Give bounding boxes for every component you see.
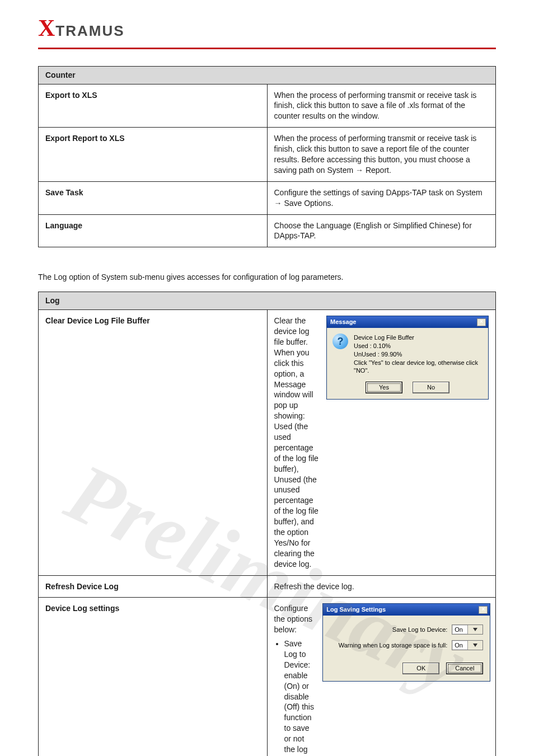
row-text: When the process of performing transmit …: [267, 84, 496, 128]
row-content: Configure the options below: Save Log to…: [267, 598, 496, 756]
dialog-line: UnUsed : 99.90%: [354, 350, 483, 359]
log-settings-dialog: Log Saving Settings × Save Log to Device…: [322, 603, 490, 682]
dialog-message: Device Log File Buffer Used : 0.10% UnUs…: [354, 334, 483, 375]
chevron-down-icon: [467, 641, 483, 650]
dialog-title: Message: [330, 318, 356, 326]
dialog-titlebar: Message ×: [327, 316, 488, 328]
row-label: Export Report to XLS: [39, 128, 268, 182]
log-table-header: Log: [39, 292, 496, 310]
dialog-line: Device Log File Buffer: [354, 334, 483, 342]
row-content: Clear the device log file buffer. When y…: [267, 310, 496, 575]
close-icon[interactable]: ×: [479, 606, 488, 614]
row-label: Export to XLS: [39, 84, 268, 128]
row-text: Configure the settings of saving DApps-T…: [267, 181, 496, 214]
save-log-select[interactable]: On: [452, 624, 483, 635]
brand-logo: X TRAMUS: [38, 12, 496, 48]
table-row: Refresh Device Log Refresh the device lo…: [39, 575, 496, 598]
select-value: On: [452, 641, 467, 650]
select-value: On: [452, 626, 467, 634]
row-label: Save Task: [39, 181, 268, 214]
table-row: Clear Device Log File Buffer Clear the d…: [39, 310, 496, 575]
warning-full-label: Warning when Log storage space is full:: [339, 641, 448, 650]
list-item: Save Log to Device: enable (On) or disab…: [284, 638, 316, 756]
warning-full-select[interactable]: On: [452, 640, 483, 650]
row-text: Refresh the device log.: [267, 575, 496, 598]
row-text: When the process of performing transmit …: [267, 128, 496, 182]
question-icon: ?: [332, 334, 348, 349]
row-text: Choose the Language (English or Simplifi…: [267, 214, 496, 247]
dialog-titlebar: Log Saving Settings ×: [323, 604, 490, 616]
table-row: Language Choose the Language (English or…: [39, 214, 496, 247]
header-rule: [38, 48, 496, 49]
table-row: Save Task Configure the settings of savi…: [39, 181, 496, 214]
row-label: Language: [39, 214, 268, 247]
brand-logo-x: X: [38, 12, 54, 44]
table-row: Export to XLS When the process of perfor…: [39, 84, 496, 128]
row-label: Refresh Device Log: [39, 575, 268, 598]
row-label: Device Log settings: [39, 598, 268, 756]
page: X TRAMUS Counter Export to XLS When the …: [0, 0, 534, 756]
no-button[interactable]: No: [413, 382, 449, 393]
chevron-down-icon: [467, 625, 483, 634]
table-row: Export Report to XLS When the process of…: [39, 128, 496, 182]
brand-logo-text: TRAMUS: [55, 21, 124, 41]
close-icon[interactable]: ×: [477, 318, 486, 326]
save-log-label: Save Log to Device:: [392, 626, 447, 634]
dialog-line: Click "Yes" to clear device log, otherwi…: [354, 359, 483, 375]
counter-table-header: Counter: [39, 66, 496, 84]
option-list: Save Log to Device: enable (On) or disab…: [284, 638, 316, 756]
row-label: Clear Device Log File Buffer: [39, 310, 268, 575]
message-dialog: Message × ? Device Log File Buffer Used …: [326, 316, 489, 400]
row-intro: Configure the options below:: [274, 603, 316, 635]
counter-table: Counter Export to XLS When the process o…: [38, 66, 496, 248]
yes-button[interactable]: Yes: [366, 382, 402, 393]
log-table: Log Clear Device Log File Buffer Clear t…: [38, 292, 496, 756]
dialog-title: Log Saving Settings: [326, 605, 386, 614]
table-row: Device Log settings Configure the option…: [39, 598, 496, 756]
ok-button[interactable]: OK: [402, 663, 439, 674]
log-intro: The Log option of System sub-menu gives …: [38, 272, 496, 283]
dialog-line: Used : 0.10%: [354, 342, 483, 350]
cancel-button[interactable]: Cancel: [446, 663, 483, 674]
row-text: Clear the device log file buffer. When y…: [274, 316, 320, 569]
